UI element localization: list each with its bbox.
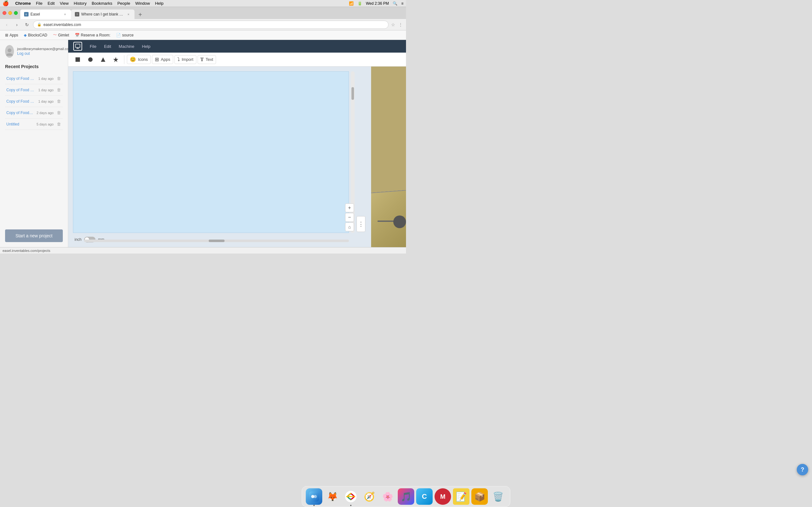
menubar-history[interactable]: History (73, 1, 86, 6)
back-button[interactable]: ‹ (3, 20, 11, 29)
triangle-tool[interactable] (97, 54, 109, 65)
apps-bookmark-icon: ⊞ (5, 33, 8, 38)
project-item[interactable]: Copy of Food Chain Pu... 1 day ago 🗑 (5, 96, 63, 107)
project-item[interactable]: Untitled 5 days ago 🗑 (5, 118, 63, 130)
star-tool[interactable] (110, 54, 121, 65)
menubar-chrome[interactable]: Chrome (15, 1, 31, 6)
project-delete-icon[interactable]: 🗑 (56, 98, 61, 104)
gimlet-bookmark-label: Gimlet (58, 33, 69, 38)
menubar-status: 📶 🔋 Wed 2:36 PM 🔍 ≡ (349, 1, 404, 6)
canvas-workspace (73, 71, 349, 233)
canvas-area[interactable]: + − ⌂ ⋮ inch mm (68, 66, 371, 247)
search-icon[interactable]: 🔍 (393, 1, 397, 6)
svg-rect-2 (75, 44, 80, 48)
bookmark-apps[interactable]: ⊞ Apps (3, 32, 20, 39)
chrome-window: E Easel × ? Where can I get blank SVG...… (0, 7, 406, 253)
tab-close-easel[interactable]: × (63, 12, 67, 16)
svg-point-6 (88, 57, 93, 62)
project-delete-icon[interactable]: 🗑 (56, 121, 61, 127)
logout-button[interactable]: Log out (17, 51, 71, 56)
bookmark-star-icon[interactable]: ☆ (391, 21, 396, 28)
reserve-room-bookmark-icon: 📅 (75, 33, 80, 38)
forward-button[interactable]: › (13, 20, 21, 29)
project-name: Copy of Food Chain Pu... (6, 76, 36, 81)
project-item[interactable]: Copy of Food Chain Pu... 2 days ago 🗑 (5, 107, 63, 118)
recent-projects-title: Recent Projects (5, 64, 63, 69)
menubar-edit[interactable]: Edit (48, 1, 55, 6)
reload-button[interactable]: ↻ (23, 20, 31, 29)
vertical-scrollbar-thumb[interactable] (351, 87, 354, 100)
app-menu-help[interactable]: Help (142, 44, 151, 49)
gimlet-bookmark-icon: 〜 (53, 32, 57, 38)
apps-label: Apps (161, 57, 170, 62)
zoom-in-button[interactable]: + (345, 204, 354, 212)
more-options-button[interactable]: ⋮ (357, 216, 365, 232)
tab-easel[interactable]: E Easel × (20, 9, 71, 19)
bookmark-reserve-room[interactable]: 📅 Reserve a Room: (72, 32, 113, 39)
import-button[interactable]: ⤵ Import (174, 55, 196, 64)
menubar-view[interactable]: View (60, 1, 68, 6)
main-content: jocolibrarymakerspace@gmail.com Log out … (0, 40, 406, 247)
project-delete-icon[interactable]: 🗑 (56, 110, 61, 116)
menubar-help[interactable]: Help (155, 1, 164, 6)
project-item[interactable]: Copy of Food Chain Pu... 1 day ago 🗑 (5, 84, 63, 96)
menubar-people[interactable]: People (117, 1, 130, 6)
status-url: easel.inventables.com/projects (3, 249, 50, 252)
address-input[interactable]: 🔒 easel.inventables.com (33, 20, 389, 29)
apple-menu[interactable]: 🍎 (3, 0, 9, 6)
import-label: Import (182, 57, 194, 62)
zoom-reset-button[interactable]: ⌂ (345, 222, 354, 231)
minimize-button[interactable] (8, 11, 12, 15)
svg-marker-8 (113, 57, 118, 62)
new-tab-button[interactable]: + (136, 10, 145, 19)
bookmark-gimlet[interactable]: 〜 Gimlet (50, 32, 72, 39)
zoom-out-button[interactable]: − (345, 213, 354, 222)
bookmarks-bar: ⊞ Apps ◆ BlocksCAD 〜 Gimlet 📅 Reserve a … (0, 31, 406, 40)
svg-point-1 (6, 53, 13, 56)
close-button[interactable] (3, 11, 6, 15)
chrome-menu-icon[interactable]: ⋮ (398, 21, 403, 28)
menubar-bookmarks[interactable]: Bookmarks (92, 1, 112, 6)
menubar-window[interactable]: Window (135, 1, 150, 6)
machine-preview-panel (371, 66, 406, 247)
icons-emoji-icon: 😊 (130, 56, 136, 62)
toolbar-divider (124, 55, 124, 64)
circle-tool[interactable] (85, 54, 96, 65)
rectangle-tool[interactable] (72, 54, 84, 65)
tab-bar-area: E Easel × ? Where can I get blank SVG...… (0, 7, 406, 19)
tab-favicon-easel: E (24, 12, 29, 16)
project-time: 5 days ago (37, 122, 54, 126)
wifi-icon: 📶 (349, 1, 354, 6)
project-name: Copy of Food Chain Pu... (6, 88, 36, 92)
user-email: jocolibrarymakerspace@gmail.com (17, 47, 71, 51)
horizontal-scrollbar-track (84, 239, 349, 242)
project-delete-icon[interactable]: 🗑 (56, 75, 61, 81)
project-name: Copy of Food Chain Pu... (6, 99, 36, 104)
icons-button[interactable]: 😊 Icons (127, 55, 151, 64)
horizontal-scrollbar[interactable] (84, 239, 349, 242)
text-button[interactable]: T Text (198, 55, 216, 64)
app-menu-file[interactable]: File (90, 44, 96, 49)
svg-marker-7 (101, 57, 105, 62)
clock: Wed 2:36 PM (366, 1, 389, 6)
app-menu-edit[interactable]: Edit (104, 44, 111, 49)
inch-label: inch (74, 237, 82, 242)
bookmark-blockscad[interactable]: ◆ BlocksCAD (21, 32, 50, 39)
project-delete-icon[interactable]: 🗑 (56, 87, 61, 93)
control-center-icon[interactable]: ≡ (401, 1, 403, 6)
tab-svg-question[interactable]: ? Where can I get blank SVG... × (71, 9, 135, 19)
tab-close-svg[interactable]: × (126, 12, 131, 16)
user-avatar (5, 45, 14, 58)
source-bookmark-label: source (122, 33, 134, 38)
bookmark-source[interactable]: 📄 source (113, 32, 136, 39)
new-project-button[interactable]: Start a new project (5, 229, 63, 242)
source-bookmark-icon: 📄 (116, 33, 121, 38)
apps-button[interactable]: ⊞ Apps (152, 55, 173, 64)
project-list: Copy of Food Chain Pu... 1 day ago 🗑 Cop… (5, 73, 63, 223)
maximize-button[interactable] (14, 11, 18, 15)
project-item[interactable]: Copy of Food Chain Pu... 1 day ago 🗑 (5, 73, 63, 84)
horizontal-scrollbar-thumb[interactable] (209, 239, 224, 242)
app-menu-machine[interactable]: Machine (119, 44, 134, 49)
text-label: Text (206, 57, 213, 62)
menubar-file[interactable]: File (36, 1, 43, 6)
